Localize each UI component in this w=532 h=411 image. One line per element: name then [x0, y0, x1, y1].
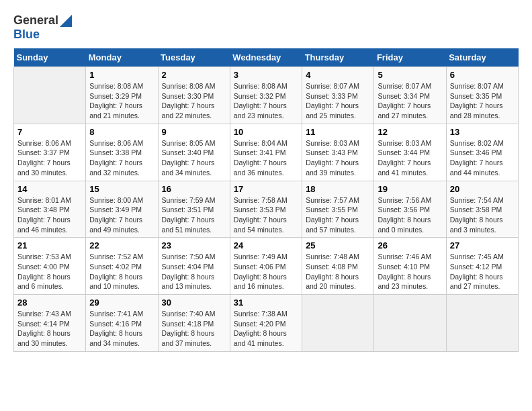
- day-content: Sunrise: 8:02 AM Sunset: 3:46 PM Dayligh…: [450, 138, 515, 178]
- calendar-header-row: SundayMondayTuesdayWednesdayThursdayFrid…: [14, 48, 519, 67]
- page-header: General Blue: [13, 13, 519, 42]
- calendar-cell: 21Sunrise: 7:53 AM Sunset: 4:00 PM Dayli…: [14, 238, 86, 295]
- calendar-week-1: 1Sunrise: 8:08 AM Sunset: 3:29 PM Daylig…: [14, 67, 519, 124]
- day-content: Sunrise: 7:50 AM Sunset: 4:04 PM Dayligh…: [162, 252, 226, 291]
- calendar-week-2: 7Sunrise: 8:06 AM Sunset: 3:37 PM Daylig…: [14, 124, 519, 181]
- logo-blue-text: Blue: [13, 28, 72, 42]
- day-number: 12: [378, 127, 442, 137]
- day-content: Sunrise: 8:05 AM Sunset: 3:40 PM Dayligh…: [162, 138, 226, 178]
- day-content: Sunrise: 8:00 AM Sunset: 3:49 PM Dayligh…: [89, 195, 154, 235]
- calendar-cell: 29Sunrise: 7:41 AM Sunset: 4:16 PM Dayli…: [86, 295, 158, 352]
- logo-general-text: General: [13, 13, 58, 28]
- calendar-week-3: 14Sunrise: 8:01 AM Sunset: 3:48 PM Dayli…: [14, 181, 519, 238]
- day-content: Sunrise: 7:52 AM Sunset: 4:02 PM Dayligh…: [89, 252, 154, 291]
- calendar-cell: [446, 295, 518, 352]
- day-content: Sunrise: 8:08 AM Sunset: 3:30 PM Dayligh…: [162, 81, 226, 121]
- day-content: Sunrise: 7:48 AM Sunset: 4:08 PM Dayligh…: [306, 252, 370, 291]
- calendar-cell: 17Sunrise: 7:58 AM Sunset: 3:53 PM Dayli…: [230, 181, 302, 238]
- calendar-cell: 28Sunrise: 7:43 AM Sunset: 4:14 PM Dayli…: [14, 295, 86, 352]
- day-header-monday: Monday: [86, 48, 158, 67]
- calendar-cell: 27Sunrise: 7:45 AM Sunset: 4:12 PM Dayli…: [446, 238, 518, 295]
- calendar-cell: 5Sunrise: 8:07 AM Sunset: 3:34 PM Daylig…: [374, 67, 446, 124]
- day-header-sunday: Sunday: [14, 48, 86, 67]
- calendar-cell: 23Sunrise: 7:50 AM Sunset: 4:04 PM Dayli…: [158, 238, 230, 295]
- day-number: 22: [89, 240, 154, 250]
- day-number: 5: [378, 70, 442, 80]
- calendar-cell: 13Sunrise: 8:02 AM Sunset: 3:46 PM Dayli…: [446, 124, 518, 181]
- day-content: Sunrise: 8:07 AM Sunset: 3:33 PM Dayligh…: [306, 81, 370, 121]
- day-header-saturday: Saturday: [446, 48, 518, 67]
- day-number: 7: [17, 127, 82, 137]
- day-number: 8: [89, 127, 154, 137]
- calendar-cell: 16Sunrise: 7:59 AM Sunset: 3:51 PM Dayli…: [158, 181, 230, 238]
- day-content: Sunrise: 7:43 AM Sunset: 4:14 PM Dayligh…: [17, 309, 82, 349]
- calendar-cell: 26Sunrise: 7:46 AM Sunset: 4:10 PM Dayli…: [374, 238, 446, 295]
- day-content: Sunrise: 8:03 AM Sunset: 3:43 PM Dayligh…: [306, 138, 370, 178]
- day-number: 29: [89, 298, 154, 308]
- day-content: Sunrise: 8:04 AM Sunset: 3:41 PM Dayligh…: [234, 138, 298, 178]
- calendar-cell: 22Sunrise: 7:52 AM Sunset: 4:02 PM Dayli…: [86, 238, 158, 295]
- svg-marker-0: [60, 15, 72, 27]
- calendar-cell: [14, 67, 86, 124]
- day-number: 4: [306, 70, 370, 80]
- day-number: 9: [162, 127, 226, 137]
- logo-icon: [60, 15, 72, 27]
- calendar-cell: 4Sunrise: 8:07 AM Sunset: 3:33 PM Daylig…: [302, 67, 374, 124]
- day-number: 11: [306, 127, 370, 137]
- calendar-cell: 7Sunrise: 8:06 AM Sunset: 3:37 PM Daylig…: [14, 124, 86, 181]
- calendar-cell: 25Sunrise: 7:48 AM Sunset: 4:08 PM Dayli…: [302, 238, 374, 295]
- day-number: 14: [17, 184, 82, 194]
- calendar-cell: 2Sunrise: 8:08 AM Sunset: 3:30 PM Daylig…: [158, 67, 230, 124]
- day-header-wednesday: Wednesday: [230, 48, 302, 67]
- day-number: 30: [162, 298, 226, 308]
- day-content: Sunrise: 7:45 AM Sunset: 4:12 PM Dayligh…: [450, 252, 515, 291]
- calendar-cell: [374, 295, 446, 352]
- logo: General Blue: [13, 13, 72, 42]
- day-number: 17: [234, 184, 298, 194]
- day-number: 20: [450, 184, 515, 194]
- calendar-cell: 31Sunrise: 7:38 AM Sunset: 4:20 PM Dayli…: [230, 295, 302, 352]
- calendar-cell: 6Sunrise: 8:07 AM Sunset: 3:35 PM Daylig…: [446, 67, 518, 124]
- day-content: Sunrise: 7:53 AM Sunset: 4:00 PM Dayligh…: [17, 252, 82, 291]
- calendar-cell: 15Sunrise: 8:00 AM Sunset: 3:49 PM Dayli…: [86, 181, 158, 238]
- day-number: 2: [162, 70, 226, 80]
- calendar-cell: 30Sunrise: 7:40 AM Sunset: 4:18 PM Dayli…: [158, 295, 230, 352]
- calendar-cell: 20Sunrise: 7:54 AM Sunset: 3:58 PM Dayli…: [446, 181, 518, 238]
- day-content: Sunrise: 7:57 AM Sunset: 3:55 PM Dayligh…: [306, 195, 370, 235]
- day-number: 13: [450, 127, 515, 137]
- day-content: Sunrise: 8:06 AM Sunset: 3:38 PM Dayligh…: [89, 138, 154, 178]
- day-content: Sunrise: 7:59 AM Sunset: 3:51 PM Dayligh…: [162, 195, 226, 235]
- day-header-friday: Friday: [374, 48, 446, 67]
- calendar-cell: 8Sunrise: 8:06 AM Sunset: 3:38 PM Daylig…: [86, 124, 158, 181]
- day-content: Sunrise: 8:07 AM Sunset: 3:34 PM Dayligh…: [378, 81, 442, 121]
- day-content: Sunrise: 8:08 AM Sunset: 3:32 PM Dayligh…: [234, 81, 298, 121]
- day-header-thursday: Thursday: [302, 48, 374, 67]
- day-content: Sunrise: 7:40 AM Sunset: 4:18 PM Dayligh…: [162, 309, 226, 349]
- day-content: Sunrise: 7:56 AM Sunset: 3:56 PM Dayligh…: [378, 195, 442, 235]
- calendar-week-4: 21Sunrise: 7:53 AM Sunset: 4:00 PM Dayli…: [14, 238, 519, 295]
- calendar-table: SundayMondayTuesdayWednesdayThursdayFrid…: [13, 48, 519, 352]
- day-number: 10: [234, 127, 298, 137]
- day-number: 27: [450, 240, 515, 250]
- day-number: 28: [17, 298, 82, 308]
- day-number: 23: [162, 240, 226, 250]
- calendar-cell: 9Sunrise: 8:05 AM Sunset: 3:40 PM Daylig…: [158, 124, 230, 181]
- calendar-cell: 12Sunrise: 8:03 AM Sunset: 3:44 PM Dayli…: [374, 124, 446, 181]
- calendar-cell: 10Sunrise: 8:04 AM Sunset: 3:41 PM Dayli…: [230, 124, 302, 181]
- day-content: Sunrise: 7:38 AM Sunset: 4:20 PM Dayligh…: [234, 309, 298, 349]
- day-content: Sunrise: 8:06 AM Sunset: 3:37 PM Dayligh…: [17, 138, 82, 178]
- calendar-cell: 11Sunrise: 8:03 AM Sunset: 3:43 PM Dayli…: [302, 124, 374, 181]
- day-number: 19: [378, 184, 442, 194]
- calendar-cell: 18Sunrise: 7:57 AM Sunset: 3:55 PM Dayli…: [302, 181, 374, 238]
- day-content: Sunrise: 8:03 AM Sunset: 3:44 PM Dayligh…: [378, 138, 442, 178]
- day-content: Sunrise: 7:41 AM Sunset: 4:16 PM Dayligh…: [89, 309, 154, 349]
- calendar-cell: 24Sunrise: 7:49 AM Sunset: 4:06 PM Dayli…: [230, 238, 302, 295]
- day-number: 1: [89, 70, 154, 80]
- day-number: 24: [234, 240, 298, 250]
- day-number: 16: [162, 184, 226, 194]
- day-content: Sunrise: 7:58 AM Sunset: 3:53 PM Dayligh…: [234, 195, 298, 235]
- day-number: 31: [234, 298, 298, 308]
- calendar-cell: 1Sunrise: 8:08 AM Sunset: 3:29 PM Daylig…: [86, 67, 158, 124]
- calendar-week-5: 28Sunrise: 7:43 AM Sunset: 4:14 PM Dayli…: [14, 295, 519, 352]
- day-number: 3: [234, 70, 298, 80]
